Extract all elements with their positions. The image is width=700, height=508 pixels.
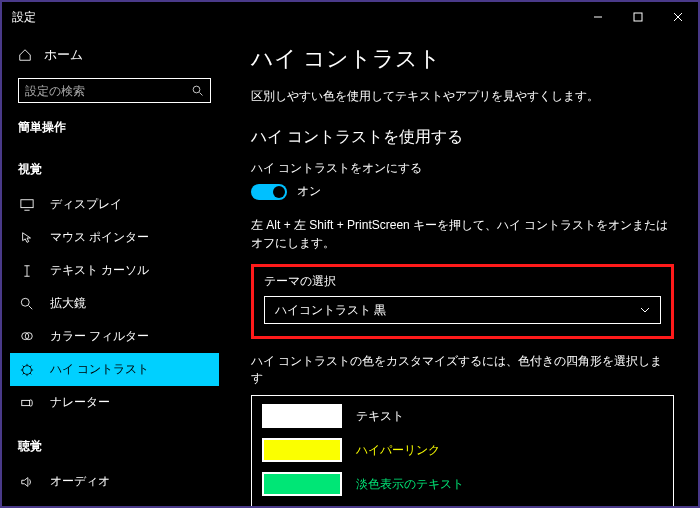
sidebar-home-label: ホーム [44, 46, 83, 64]
section-use-heading: ハイ コントラストを使用する [251, 127, 674, 148]
sidebar-item-display[interactable]: ディスプレイ [10, 188, 219, 221]
swatch-row-hyperlink: ハイパーリンク [262, 438, 663, 462]
swatch-label-disabled: 淡色表示のテキスト [356, 476, 464, 493]
swatch-hyperlink[interactable] [262, 438, 342, 462]
svg-line-23 [30, 366, 31, 367]
svg-point-11 [21, 298, 29, 306]
svg-point-4 [193, 86, 200, 93]
sidebar-item-mouse[interactable]: マウス ポインター [10, 221, 219, 254]
sidebar-item-magnifier[interactable]: 拡大鏡 [10, 287, 219, 320]
swatch-label-hyperlink: ハイパーリンク [356, 442, 440, 459]
chevron-down-icon [640, 305, 650, 315]
sidebar-home[interactable]: ホーム [10, 40, 219, 70]
highcontrast-icon [20, 363, 36, 377]
swatch-text[interactable] [262, 404, 342, 428]
swatch-row-disabled: 淡色表示のテキスト [262, 472, 663, 496]
sidebar-item-colorfilter[interactable]: カラー フィルター [10, 320, 219, 353]
maximize-icon [633, 12, 643, 22]
swatch-row-text: テキスト [262, 404, 663, 428]
svg-rect-1 [634, 13, 642, 21]
audio-icon [20, 475, 36, 489]
sidebar-item-highcontrast[interactable]: ハイ コントラスト [10, 353, 219, 386]
display-icon [20, 198, 36, 212]
svg-line-21 [30, 373, 31, 374]
svg-line-5 [200, 92, 203, 95]
sidebar-item-label: テキスト カーソル [50, 262, 149, 279]
sidebar-item-narrator[interactable]: ナレーター [10, 386, 219, 419]
swatch-label-text: テキスト [356, 408, 404, 425]
narrator-icon [20, 396, 36, 410]
swatch-panel: テキスト ハイパーリンク 淡色表示のテキスト 選択されたテキスト [251, 395, 674, 506]
group-label-ease: 簡単操作 [10, 113, 219, 146]
sidebar-item-label: カラー フィルター [50, 328, 149, 345]
highcontrast-toggle[interactable] [251, 184, 287, 200]
svg-rect-24 [22, 400, 30, 405]
theme-select-highlight: テーマの選択 ハイコントラスト 黒 [251, 264, 674, 339]
page-title: ハイ コントラスト [251, 44, 674, 74]
sidebar-item-cursor[interactable]: テキスト カーソル [10, 254, 219, 287]
sidebar: ホーム 簡単操作 視覚 ディスプレイ マウス ポインター [2, 32, 227, 506]
page-description: 区別しやすい色を使用してテキストやアプリを見やすくします。 [251, 88, 674, 105]
close-icon [673, 12, 683, 22]
mouse-icon [20, 231, 36, 245]
sidebar-item-label: オーディオ [50, 473, 110, 490]
search-box[interactable] [18, 78, 211, 103]
sidebar-item-label: ディスプレイ [50, 196, 122, 213]
sidebar-item-label: ハイ コントラスト [50, 361, 149, 378]
svg-line-22 [23, 373, 24, 374]
sidebar-item-audio[interactable]: オーディオ [10, 465, 219, 498]
search-icon [192, 85, 204, 97]
theme-select-label: テーマの選択 [264, 273, 661, 290]
svg-line-20 [23, 366, 24, 367]
group-label-vision: 視覚 [10, 155, 219, 188]
shortcut-hint: 左 Alt + 左 Shift + PrintScreen キーを押して、ハイ … [251, 216, 674, 252]
toggle-label: ハイ コントラストをオンにする [251, 160, 674, 177]
colorfilter-icon [20, 330, 36, 344]
theme-select-value: ハイコントラスト 黒 [275, 302, 386, 319]
svg-rect-6 [21, 200, 33, 208]
window-title: 設定 [12, 9, 578, 26]
group-label-hearing: 聴覚 [10, 432, 219, 465]
theme-select[interactable]: ハイコントラスト 黒 [264, 296, 661, 324]
sidebar-item-label: ナレーター [50, 394, 110, 411]
search-input[interactable] [25, 84, 192, 98]
magnifier-icon [20, 297, 36, 311]
home-icon [18, 48, 32, 62]
toggle-state: オン [297, 183, 321, 200]
close-button[interactable] [658, 2, 698, 32]
sidebar-item-label: 拡大鏡 [50, 295, 86, 312]
minimize-button[interactable] [578, 2, 618, 32]
minimize-icon [593, 12, 603, 22]
sidebar-item-label: マウス ポインター [50, 229, 149, 246]
svg-line-12 [29, 306, 33, 310]
maximize-button[interactable] [618, 2, 658, 32]
swatch-disabled[interactable] [262, 472, 342, 496]
cursor-icon [20, 264, 36, 278]
customize-description: ハイ コントラストの色をカスタマイズするには、色付きの四角形を選択します [251, 353, 674, 387]
content-area: ハイ コントラスト 区別しやすい色を使用してテキストやアプリを見やすくします。 … [227, 32, 698, 506]
